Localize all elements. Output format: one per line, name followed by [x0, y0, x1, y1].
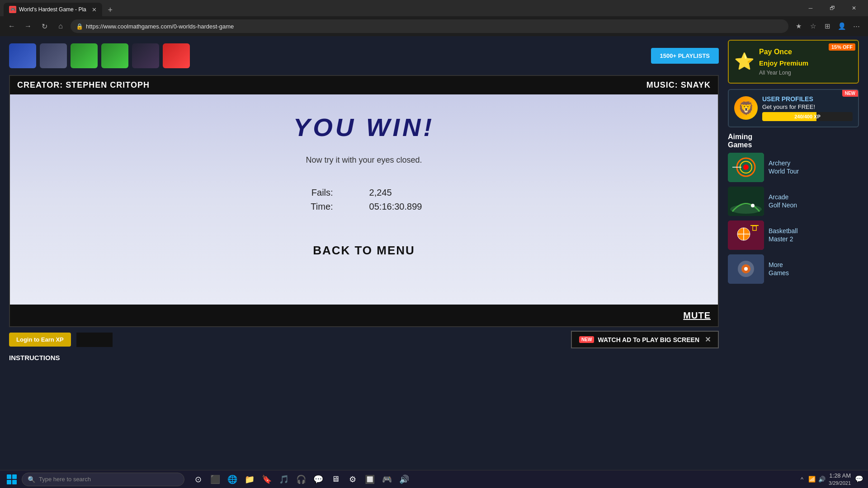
search-placeholder: Type here to search	[39, 476, 91, 483]
top-game-thumb[interactable]	[9, 43, 36, 68]
tray-network[interactable]: 📶	[808, 475, 816, 483]
fails-row: Fails: 2,245	[306, 188, 392, 198]
maximize-btn[interactable]: 🗗	[822, 0, 843, 16]
win-title: YOU WIN!	[293, 113, 434, 142]
game-name: BasketballMaster 2	[769, 227, 798, 243]
watch-ad-label: WATCH AD To PLAY BIG SCREEN	[598, 336, 699, 343]
toolbar-icons: ★ ☆ ⊞ 👤 ⋯	[792, 20, 863, 33]
taskbar-app-music[interactable]: 🎵	[276, 471, 292, 488]
top-game-thumb[interactable]	[71, 43, 98, 68]
list-item[interactable]: BasketballMaster 2	[728, 221, 859, 250]
win-logo-cell	[7, 474, 11, 479]
extensions-icon[interactable]: ⊞	[821, 20, 834, 33]
watch-ad-button[interactable]: NEW WATCH AD To PLAY BIG SCREEN ✕	[571, 331, 719, 348]
top-game-thumb[interactable]	[132, 43, 159, 68]
clock-time: 1:28 AM	[829, 472, 851, 480]
thumb-car	[9, 43, 36, 68]
instructions-title: INSTRUCTIONS	[9, 354, 719, 361]
premium-line1: Pay Once	[759, 46, 808, 58]
basketball-thumb	[728, 221, 764, 250]
taskbar-app-chat[interactable]: 💬	[310, 471, 326, 488]
premium-line3: All Year Long	[759, 69, 808, 77]
black-box	[76, 333, 113, 347]
thumb-tri	[71, 43, 98, 68]
refresh-btn[interactable]: ↻	[38, 20, 51, 33]
section-title: AimingGames	[728, 133, 859, 149]
taskbar-app-bookmark[interactable]: 🔖	[259, 471, 275, 488]
clock[interactable]: 1:28 AM 3/29/2021	[829, 472, 851, 487]
svg-point-17	[744, 267, 748, 271]
taskbar-app-search[interactable]: ⊙	[190, 471, 206, 488]
windows-logo	[7, 474, 17, 484]
close-btn[interactable]: ✕	[844, 0, 864, 16]
list-item[interactable]: MoreGames	[728, 254, 859, 284]
taskbar-app-monitor[interactable]: 🖥	[327, 471, 344, 488]
profiles-info: USER PROFILES Get yours for FREE! 240/40…	[762, 95, 853, 121]
win-logo-cell	[7, 480, 11, 484]
win-logo-cell	[12, 474, 17, 479]
menu-icon[interactable]: ⋯	[850, 20, 863, 33]
list-item[interactable]: ArcheryWorld Tour	[728, 153, 859, 182]
home-btn[interactable]: ⌂	[54, 20, 67, 33]
taskbar-app-explorer[interactable]: 📁	[241, 471, 258, 488]
taskbar-app-headphones[interactable]: 🎧	[293, 471, 309, 488]
minimize-btn[interactable]: ─	[800, 0, 821, 16]
browser-titlebar: 🎮 World's Hardest Game - Pla ✕ + ─ 🗗 ✕	[0, 0, 868, 16]
address-box[interactable]: 🔒 https://www.coolmathgames.com/0-worlds…	[71, 19, 788, 33]
taskbar-search[interactable]: 🔍 Type here to search	[22, 473, 184, 486]
forward-btn[interactable]: →	[22, 20, 34, 33]
star-icon: ⭐	[734, 52, 755, 71]
game-frame: CREATOR: STEPHEN CRITOPH MUSIC: SNAYK YO…	[9, 75, 719, 327]
game-thumbnail	[728, 153, 764, 182]
another-thumb	[728, 254, 764, 284]
profiles-free: Get yours for FREE!	[762, 103, 853, 110]
fails-value: 2,245	[369, 188, 392, 198]
favorites-icon[interactable]: ★	[792, 20, 805, 33]
taskbar-apps: ⊙ ⬛ 🌐 📁 🔖 🎵 🎧 💬 🖥 ⚙ 🔲 🎮 🔊	[190, 471, 412, 488]
notification-button[interactable]: 💬	[854, 474, 864, 484]
login-xp-button[interactable]: Login to Earn XP	[9, 333, 71, 347]
tab-close-btn[interactable]: ✕	[92, 6, 97, 13]
taskbar-app-volume[interactable]: 🔊	[396, 471, 412, 488]
back-btn[interactable]: ←	[5, 20, 18, 33]
collections-icon[interactable]: ☆	[807, 20, 819, 33]
back-to-menu-button[interactable]: BACK TO MENU	[313, 244, 415, 258]
top-game-thumb[interactable]	[40, 43, 67, 68]
taskbar-app-settings[interactable]: ⚙	[344, 471, 361, 488]
fails-label: Fails:	[306, 188, 333, 198]
premium-line2: Enjoy Premium	[759, 58, 808, 69]
ad-close-icon[interactable]: ✕	[705, 335, 711, 344]
start-button[interactable]	[4, 471, 20, 488]
profile-icon[interactable]: 👤	[835, 20, 848, 33]
lock-icon: 🔒	[76, 23, 83, 30]
browser-tabs: 🎮 World's Hardest Game - Pla ✕ +	[4, 0, 117, 16]
play-button[interactable]: 1500+ PLAYLISTS	[651, 48, 719, 64]
mute-button[interactable]: MUTE	[683, 310, 711, 321]
xp-bar-container: 240/400 XP	[762, 112, 853, 121]
premium-banner[interactable]: ⭐ Pay Once Enjoy Premium All Year Long 1…	[728, 40, 859, 84]
browser-addressbar: ← → ↻ ⌂ 🔒 https://www.coolmathgames.com/…	[0, 16, 868, 36]
time-label: Time:	[306, 202, 333, 212]
new-tab-btn[interactable]: +	[104, 4, 117, 16]
archery-thumb	[728, 153, 764, 182]
thumb-dark	[132, 43, 159, 68]
creator-label: CREATOR: STEPHEN CRITOPH	[17, 80, 150, 90]
tray-volume[interactable]: 🔊	[818, 475, 826, 483]
list-item[interactable]: ArcadeGolf Neon	[728, 187, 859, 216]
premium-text: Pay Once Enjoy Premium All Year Long	[759, 46, 808, 77]
top-game-thumb[interactable]	[163, 43, 190, 68]
top-game-thumb[interactable]	[101, 43, 128, 68]
thumb-red	[163, 43, 190, 68]
profiles-banner[interactable]: NEW 🦁 USER PROFILES Get yours for FREE! …	[728, 89, 859, 127]
tray-expand[interactable]: ^	[798, 475, 806, 483]
tab-title: World's Hardest Game - Pla	[19, 6, 86, 13]
url-display: https://www.coolmathgames.com/0-worlds-h…	[86, 23, 234, 30]
active-tab[interactable]: 🎮 World's Hardest Game - Pla ✕	[4, 3, 102, 16]
search-icon: 🔍	[28, 476, 35, 483]
top-games-bar: 1500+ PLAYLISTS	[9, 40, 719, 71]
taskbar-app-game[interactable]: 🎮	[379, 471, 395, 488]
lion-avatar: 🦁	[734, 96, 758, 120]
taskbar-app-grid[interactable]: 🔲	[362, 471, 378, 488]
taskbar-app-taskview[interactable]: ⬛	[207, 471, 223, 488]
taskbar-app-edge[interactable]: 🌐	[224, 471, 241, 488]
